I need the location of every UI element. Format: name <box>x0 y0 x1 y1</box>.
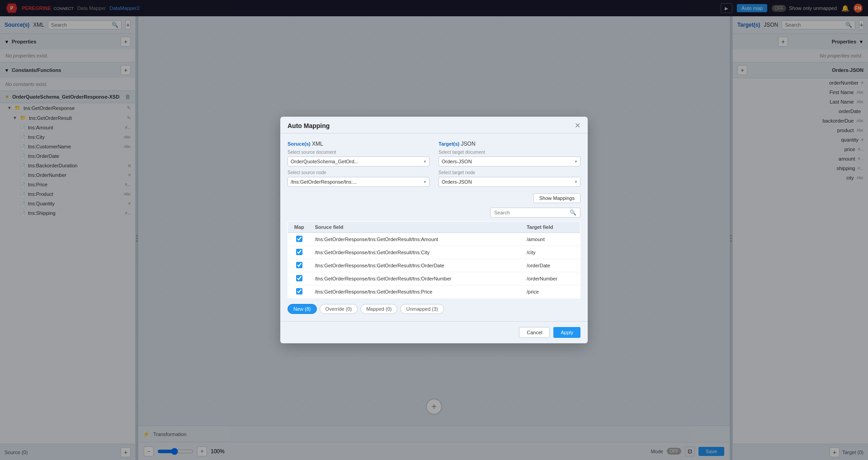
table-row: /tns:GetOrderResponse/tns:GetOrderResult… <box>288 246 580 259</box>
modal-search-box[interactable]: 🔍 <box>490 208 580 218</box>
show-mappings-button[interactable]: Show Mappings <box>533 193 580 203</box>
modal-close-button[interactable]: ✕ <box>575 122 580 129</box>
col-map: Map <box>288 222 311 233</box>
target-doc-select[interactable]: Orders-JSON <box>439 156 580 166</box>
table-row: /tns:GetOrderResponse/tns:GetOrderResult… <box>288 259 580 272</box>
source-doc-sublabel: Select source document <box>288 150 429 155</box>
modal-search-icon: 🔍 <box>570 209 576 216</box>
target-node-wrapper: Orders-JSON <box>439 177 580 187</box>
row-target-cell: /amount <box>522 233 580 246</box>
source-node-sublabel: Select source node <box>288 170 429 175</box>
col-target: Target field <box>522 222 580 233</box>
target-config-label: Target(s) <box>439 141 459 147</box>
row-checkbox[interactable] <box>296 236 302 242</box>
source-node-wrapper: /tns:GetOrderResponse/tns:... <box>288 177 429 187</box>
cancel-button[interactable]: Cancel <box>519 327 550 338</box>
table-row: /tns:GetOrderResponse/tns:GetOrderResult… <box>288 233 580 246</box>
row-checkbox-cell[interactable] <box>288 259 311 272</box>
source-config-label: Soruce(s) <box>288 141 311 147</box>
row-source-cell: /tns:GetOrderResponse/tns:GetOrderResult… <box>311 233 522 246</box>
row-checkbox-cell[interactable] <box>288 285 311 299</box>
row-source-cell: /tns:GetOrderResponse/tns:GetOrderResult… <box>311 272 522 285</box>
table-row: /tns:GetOrderResponse/tns:GetOrderResult… <box>288 272 580 285</box>
modal-body: Soruce(s) XML Select source document Ord… <box>280 133 588 321</box>
mapping-table: Map Soruce field Target field /tns:GetOr… <box>288 221 580 299</box>
row-checkbox-cell[interactable] <box>288 272 311 285</box>
mapping-table-header: Map Soruce field Target field <box>288 222 580 233</box>
source-config: Soruce(s) XML Select source document Ord… <box>288 141 429 187</box>
row-source-cell: /tns:GetOrderResponse/tns:GetOrderResult… <box>311 259 522 272</box>
row-checkbox[interactable] <box>296 275 302 281</box>
target-node-select[interactable]: Orders-JSON <box>439 177 580 187</box>
row-checkbox-cell[interactable] <box>288 233 311 246</box>
modal-header: Auto Mapping ✕ <box>280 117 588 133</box>
row-target-cell: /orderDate <box>522 259 580 272</box>
target-node-sublabel: Select target node <box>439 170 580 175</box>
source-node-select[interactable]: /tns:GetOrderResponse/tns:... <box>288 177 429 187</box>
apply-button[interactable]: Apply <box>553 327 580 338</box>
modal-search-row: 🔍 <box>288 208 580 218</box>
table-header-row: Map Soruce field Target field <box>288 222 580 233</box>
row-checkbox[interactable] <box>296 288 302 294</box>
mapping-config: Soruce(s) XML Select source document Ord… <box>288 141 580 187</box>
show-mappings-container: Show Mappings <box>288 193 580 203</box>
modal-footer: Cancel Apply <box>280 321 588 343</box>
target-config: Target(s) JSON Select target document Or… <box>439 141 580 187</box>
col-source: Soruce field <box>311 222 522 233</box>
row-source-cell: /tns:GetOrderResponse/tns:GetOrderResult… <box>311 246 522 259</box>
table-row: /tns:GetOrderResponse/tns:GetOrderResult… <box>288 285 580 299</box>
modal-overlay: Auto Mapping ✕ Soruce(s) XML Select sour… <box>0 0 868 460</box>
filter-tabs: New (8) Override (0) Mapped (0) Unmapped… <box>288 304 580 314</box>
row-target-cell: /orderNumber <box>522 272 580 285</box>
filter-tab-mapped[interactable]: Mapped (0) <box>360 304 397 314</box>
source-doc-wrapper: OrderQuoteSchema_GetOrd... <box>288 156 429 166</box>
target-doc-sublabel: Select target document <box>439 150 580 155</box>
row-checkbox-cell[interactable] <box>288 246 311 259</box>
filter-tab-override[interactable]: Override (0) <box>320 304 358 314</box>
target-doc-wrapper: Orders-JSON <box>439 156 580 166</box>
mapping-table-body: /tns:GetOrderResponse/tns:GetOrderResult… <box>288 233 580 299</box>
filter-tab-new[interactable]: New (8) <box>288 304 317 314</box>
row-target-cell: /city <box>522 246 580 259</box>
modal-search-input[interactable] <box>494 210 568 215</box>
row-source-cell: /tns:GetOrderResponse/tns:GetOrderResult… <box>311 285 522 299</box>
row-target-cell: /price <box>522 285 580 299</box>
row-checkbox[interactable] <box>296 262 302 268</box>
source-doc-select[interactable]: OrderQuoteSchema_GetOrd... <box>288 156 429 166</box>
target-config-type: JSON <box>461 141 476 147</box>
modal-title: Auto Mapping <box>288 122 330 129</box>
row-checkbox[interactable] <box>296 249 302 255</box>
source-config-type: XML <box>312 141 323 147</box>
auto-mapping-modal: Auto Mapping ✕ Soruce(s) XML Select sour… <box>280 117 588 343</box>
filter-tab-unmapped[interactable]: Unmapped (3) <box>400 304 443 314</box>
